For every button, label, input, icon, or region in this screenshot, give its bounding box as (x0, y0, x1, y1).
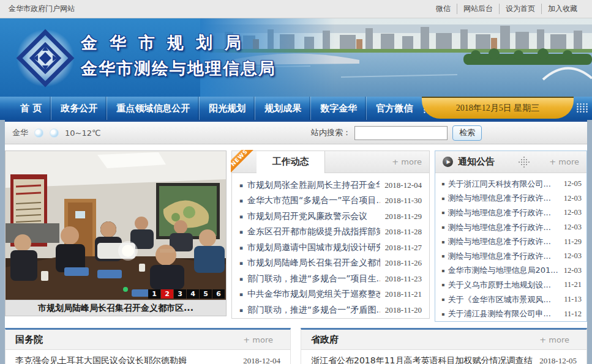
notice-item: ▪关于浙江同天科技有限公司...12-05 (441, 177, 582, 191)
news-link[interactable]: 金东区召开都市能级提升战指挥部第... (247, 226, 380, 237)
notice-date: 12-03 (564, 251, 582, 261)
work-news-panel: NEWS 工作动态 + more ▪市规划局张全胜副局长主持召开金华...201… (231, 150, 430, 319)
news-link[interactable]: 部门联动，推进“多规合一”项目生... (247, 273, 380, 284)
provincial-gov-title[interactable]: 省政府 (311, 334, 339, 346)
top-link-wechat[interactable]: 微信 (430, 4, 457, 14)
bullet-icon: ▪ (441, 210, 444, 215)
state-council-more-link[interactable]: + more (243, 335, 280, 344)
news-item: ▪市规划局张全胜副局长主持召开金华...2018-12-04 (239, 177, 422, 193)
carousel-pagination: 1 2 3 4 5 6 (148, 289, 225, 299)
top-link-favorite[interactable]: 加入收藏 (541, 4, 583, 14)
nav-item-home[interactable]: 首 页 (11, 97, 51, 120)
nav-item-sunshine-planning[interactable]: 阳光规划 (199, 97, 255, 120)
notice-item: ▪测绘与地理信息准予行政许...12-03 (441, 206, 582, 220)
notice-item: ▪测绘与地理信息准予行政许...12-03 (441, 220, 582, 235)
top-utility-bar: 金华市政府门户网站 微信 网站后台 设为首页 加入收藏 (0, 0, 592, 18)
notices-panel: ▶ 通知公告 + more ▪关于浙江同天科技有限公司...12-05 ▪测绘与… (435, 150, 587, 322)
notice-item: ▪测绘与地理信息准予行政许...12-03 (441, 191, 582, 206)
weather-city-label: 金华 (12, 127, 28, 138)
news-link[interactable]: 金华大市范围“多规合一”平台项目... (247, 195, 380, 206)
news-date: 2018-11-28 (385, 227, 422, 237)
bullet-icon: ▪ (239, 291, 243, 297)
tab-work-news[interactable]: 工作动态 (257, 151, 325, 173)
notices-title[interactable]: 通知公告 (458, 156, 495, 168)
notices-list: ▪关于浙江同天科技有限公司...12-05 ▪测绘与地理信息准予行政许...12… (435, 173, 586, 321)
state-council-title[interactable]: 国务院 (15, 334, 43, 346)
nav-item-planning-results[interactable]: 规划成果 (255, 97, 310, 120)
carousel-caption-link[interactable]: 市规划局陆峰局长召集召开金义都市区... (38, 303, 193, 314)
carousel-photo[interactable]: 1 2 3 4 5 6 (6, 151, 226, 300)
top-link-set-home[interactable]: 设为首页 (499, 4, 541, 14)
news-item: ▪部门联动，推进“多规合一”矛盾图...2018-11-20 (239, 302, 422, 318)
nav-item-official-wechat[interactable]: 官方微信 (366, 97, 422, 120)
notice-date: 12-05 (564, 179, 582, 188)
news-item: ▪金东区召开都市能级提升战指挥部第...2018-11-28 (239, 225, 422, 240)
notice-date: 12-03 (564, 194, 582, 203)
news-link[interactable]: 中共金华市规划局党组关于巡察整改... (247, 289, 380, 300)
search-button[interactable]: 检索 (452, 125, 482, 141)
carousel-page-1[interactable]: 1 (148, 289, 160, 299)
weather-temperature: 10~12℃ (65, 128, 101, 138)
bullet-icon: ▪ (441, 239, 444, 245)
news-link[interactable]: 市规划局邀请中国城市规划设计研究... (247, 242, 380, 253)
bullet-icon: ▪ (441, 181, 444, 187)
nav-item-digital-jinhua[interactable]: 数字金华 (310, 97, 366, 120)
bullet-icon: ▪ (441, 225, 444, 230)
carousel-page-2-active[interactable]: 2 (161, 289, 173, 299)
carousel-page-3[interactable]: 3 (174, 289, 186, 299)
page-content: 金华 10~12℃ 站内搜索： 检索 (5, 120, 587, 364)
notice-link[interactable]: 测绘与地理信息准予行政许... (448, 251, 560, 262)
top-links: 微信 网站后台 设为首页 加入收藏 (430, 4, 583, 14)
work-news-list: ▪市规划局张全胜副局长主持召开金华...2018-12-04 ▪金华大市范围“多… (232, 173, 429, 318)
provincial-gov-more-link[interactable]: + more (539, 335, 577, 344)
state-news-link[interactable]: 李克强会见土耳其大国民议会议长耶尔德勒姆 (15, 355, 237, 364)
provincial-gov-section: 省政府 + more 浙江省公布2018年11月高考英语科目加权赋分情况调查结 … (301, 328, 587, 364)
main-navigation: 首 页 政务公开 重点领域信息公开 阳光规划 规划成果 数字金华 官方微信 20… (0, 97, 592, 120)
notice-link[interactable]: 关于浦江县测绘有限公司申... (448, 308, 560, 319)
news-date: 2018-11-29 (385, 212, 422, 221)
news-date: 2018-12-04 (384, 180, 422, 190)
carousel-caption-bar: 市规划局陆峰局长召集召开金义都市区... (6, 300, 226, 316)
notice-item: ▪关于浦江县测绘有限公司申...11-12 (441, 306, 582, 321)
news-ribbon-icon: NEWS (231, 150, 255, 174)
carousel-page-6[interactable]: 6 (212, 289, 225, 299)
carousel-page-4[interactable]: 4 (187, 289, 199, 299)
carousel-column: 1 2 3 4 5 6 市规划局陆峰局长召集召开金义都市区... (5, 150, 227, 323)
bullet-icon: ▪ (239, 245, 243, 251)
bullet-icon: ▪ (441, 253, 444, 259)
notice-date: 11-29 (564, 237, 582, 247)
news-link[interactable]: 市规划局张全胜副局长主持召开金华... (247, 180, 380, 191)
notice-date: 11-12 (564, 310, 582, 319)
news-link[interactable]: 市规划局召开党风廉政警示会议 (247, 211, 380, 222)
state-news-date: 2018-12-04 (243, 356, 280, 364)
news-item: ▪部门联动，推进“多规合一”项目生...2018-11-23 (239, 271, 422, 287)
bullet-icon: ▪ (239, 198, 243, 204)
news-date: 2018-11-21 (385, 289, 422, 299)
notices-more-link[interactable]: + more (549, 157, 586, 166)
notice-link[interactable]: 关于义乌市原野土地规划设... (448, 280, 560, 291)
notice-link[interactable]: 测绘与地理信息准予行政许... (448, 207, 560, 218)
nav-item-gov-info[interactable]: 政务公开 (51, 97, 107, 120)
notice-link[interactable]: 关于浙江同天科技有限公司... (448, 179, 560, 190)
notice-link[interactable]: 金华市测绘与地理信息局201... (448, 265, 560, 276)
nav-item-key-info[interactable]: 重点领域信息公开 (107, 97, 199, 120)
bureau-logo[interactable] (16, 29, 75, 87)
bullet-icon: ▪ (239, 229, 243, 235)
search-input[interactable] (354, 126, 448, 140)
work-news-more-link[interactable]: + more (392, 157, 429, 166)
search-label: 站内搜索： (311, 127, 351, 138)
news-link[interactable]: 部门联动，推进“多规合一”矛盾图... (247, 305, 380, 316)
notice-link[interactable]: 关于《金华市区城市景观风... (448, 294, 560, 305)
notice-link[interactable]: 测绘与地理信息准予行政许... (448, 193, 560, 204)
top-link-admin[interactable]: 网站后台 (457, 4, 499, 14)
diamond-dots-decoration (518, 156, 530, 168)
notice-link[interactable]: 测绘与地理信息准予行政许... (448, 222, 560, 233)
site-header: 金华市规划局 金华市测绘与地理信息局 (0, 18, 592, 97)
news-link[interactable]: 市规划局陆峰局长召集召开金义都市... (247, 258, 380, 269)
notice-link[interactable]: 测绘与地理信息准予行政许... (448, 236, 560, 247)
provincial-news-link[interactable]: 浙江省公布2018年11月高考英语科目加权赋分情况调查结 (311, 355, 533, 364)
bullet-icon: ▪ (239, 260, 243, 266)
notice-item: ▪测绘与地理信息准予行政许...12-03 (441, 249, 582, 264)
carousel-page-5[interactable]: 5 (200, 289, 212, 299)
weather-icon-2 (50, 128, 59, 138)
